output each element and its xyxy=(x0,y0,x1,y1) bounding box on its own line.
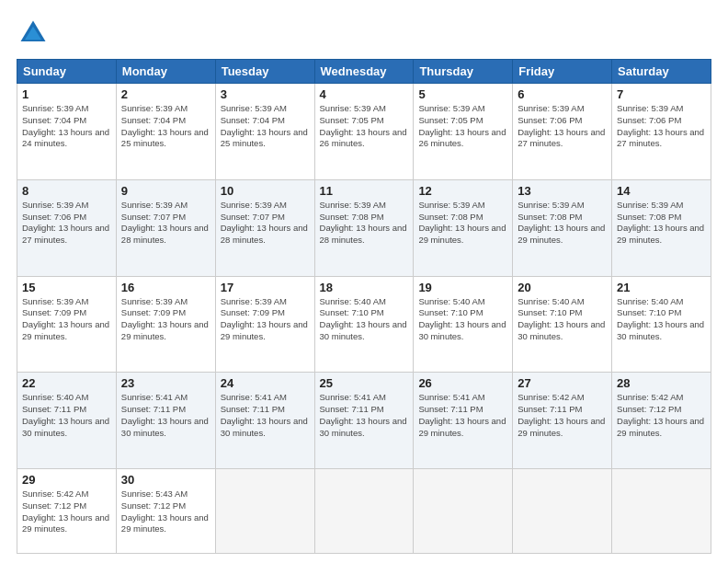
calendar-cell: 13 Sunrise: 5:39 AM Sunset: 7:08 PM Dayl… xyxy=(513,179,612,276)
day-number: 29 xyxy=(22,473,111,487)
day-number: 18 xyxy=(320,281,409,294)
calendar-header-tuesday: Tuesday xyxy=(215,60,314,84)
logo xyxy=(17,17,53,50)
calendar-cell xyxy=(513,469,612,554)
calendar-header-monday: Monday xyxy=(116,60,215,84)
day-info: Sunrise: 5:39 AM Sunset: 7:07 PM Dayligh… xyxy=(221,200,310,247)
day-number: 26 xyxy=(418,376,507,390)
calendar-cell xyxy=(414,469,513,554)
day-info: Sunrise: 5:39 AM Sunset: 7:08 PM Dayligh… xyxy=(320,200,409,247)
day-number: 22 xyxy=(22,376,111,390)
calendar-cell: 21 Sunrise: 5:40 AM Sunset: 7:10 PM Dayl… xyxy=(612,276,711,373)
calendar-header-saturday: Saturday xyxy=(612,60,711,84)
day-number: 19 xyxy=(418,281,507,294)
day-number: 28 xyxy=(617,376,706,390)
day-info: Sunrise: 5:39 AM Sunset: 7:06 PM Dayligh… xyxy=(22,200,111,247)
calendar-cell: 8 Sunrise: 5:39 AM Sunset: 7:06 PM Dayli… xyxy=(17,179,117,276)
day-info: Sunrise: 5:39 AM Sunset: 7:09 PM Dayligh… xyxy=(121,296,210,343)
day-info: Sunrise: 5:40 AM Sunset: 7:10 PM Dayligh… xyxy=(418,296,507,343)
calendar-week-1: 1 Sunrise: 5:39 AM Sunset: 7:04 PM Dayli… xyxy=(17,84,711,180)
calendar-cell: 10 Sunrise: 5:39 AM Sunset: 7:07 PM Dayl… xyxy=(215,179,314,276)
calendar-week-2: 8 Sunrise: 5:39 AM Sunset: 7:06 PM Dayli… xyxy=(17,179,711,276)
calendar-cell: 15 Sunrise: 5:39 AM Sunset: 7:09 PM Dayl… xyxy=(17,276,117,373)
calendar-cell: 25 Sunrise: 5:41 AM Sunset: 7:11 PM Dayl… xyxy=(314,373,414,469)
calendar-cell: 5 Sunrise: 5:39 AM Sunset: 7:05 PM Dayli… xyxy=(414,84,513,180)
calendar-cell: 27 Sunrise: 5:42 AM Sunset: 7:11 PM Dayl… xyxy=(513,373,612,469)
day-info: Sunrise: 5:41 AM Sunset: 7:11 PM Dayligh… xyxy=(320,392,409,439)
day-number: 12 xyxy=(418,184,507,198)
day-number: 20 xyxy=(518,281,607,294)
day-number: 13 xyxy=(518,184,607,198)
day-info: Sunrise: 5:39 AM Sunset: 7:08 PM Dayligh… xyxy=(617,200,706,247)
day-number: 5 xyxy=(418,87,507,101)
day-info: Sunrise: 5:40 AM Sunset: 7:10 PM Dayligh… xyxy=(518,296,607,343)
logo-icon xyxy=(17,17,50,50)
calendar-cell: 23 Sunrise: 5:41 AM Sunset: 7:11 PM Dayl… xyxy=(116,373,215,469)
day-info: Sunrise: 5:41 AM Sunset: 7:11 PM Dayligh… xyxy=(221,392,310,439)
day-info: Sunrise: 5:41 AM Sunset: 7:11 PM Dayligh… xyxy=(418,392,507,439)
day-info: Sunrise: 5:39 AM Sunset: 7:07 PM Dayligh… xyxy=(121,200,210,247)
day-number: 6 xyxy=(518,87,607,101)
day-number: 1 xyxy=(22,87,111,101)
day-info: Sunrise: 5:39 AM Sunset: 7:06 PM Dayligh… xyxy=(518,103,607,150)
day-info: Sunrise: 5:42 AM Sunset: 7:11 PM Dayligh… xyxy=(518,392,607,439)
calendar-cell: 6 Sunrise: 5:39 AM Sunset: 7:06 PM Dayli… xyxy=(513,84,612,180)
day-number: 24 xyxy=(221,376,310,390)
day-number: 16 xyxy=(121,281,210,294)
day-number: 11 xyxy=(320,184,409,198)
calendar-cell: 30 Sunrise: 5:43 AM Sunset: 7:12 PM Dayl… xyxy=(116,469,215,554)
calendar-cell xyxy=(215,469,314,554)
calendar-cell: 12 Sunrise: 5:39 AM Sunset: 7:08 PM Dayl… xyxy=(414,179,513,276)
page: SundayMondayTuesdayWednesdayThursdayFrid… xyxy=(0,0,728,563)
day-info: Sunrise: 5:39 AM Sunset: 7:05 PM Dayligh… xyxy=(320,103,409,150)
day-info: Sunrise: 5:39 AM Sunset: 7:08 PM Dayligh… xyxy=(518,200,607,247)
calendar-header-wednesday: Wednesday xyxy=(314,60,414,84)
day-info: Sunrise: 5:39 AM Sunset: 7:04 PM Dayligh… xyxy=(121,103,210,150)
day-number: 8 xyxy=(22,184,111,198)
day-info: Sunrise: 5:39 AM Sunset: 7:05 PM Dayligh… xyxy=(418,103,507,150)
calendar-cell: 19 Sunrise: 5:40 AM Sunset: 7:10 PM Dayl… xyxy=(414,276,513,373)
calendar-cell: 28 Sunrise: 5:42 AM Sunset: 7:12 PM Dayl… xyxy=(612,373,711,469)
calendar-cell: 16 Sunrise: 5:39 AM Sunset: 7:09 PM Dayl… xyxy=(116,276,215,373)
calendar-cell: 17 Sunrise: 5:39 AM Sunset: 7:09 PM Dayl… xyxy=(215,276,314,373)
calendar-cell: 22 Sunrise: 5:40 AM Sunset: 7:11 PM Dayl… xyxy=(17,373,117,469)
day-number: 30 xyxy=(121,473,210,487)
day-number: 27 xyxy=(518,376,607,390)
day-number: 9 xyxy=(121,184,210,198)
day-info: Sunrise: 5:39 AM Sunset: 7:09 PM Dayligh… xyxy=(221,296,310,343)
day-info: Sunrise: 5:40 AM Sunset: 7:11 PM Dayligh… xyxy=(22,392,111,439)
day-info: Sunrise: 5:39 AM Sunset: 7:04 PM Dayligh… xyxy=(221,103,310,150)
calendar-cell: 7 Sunrise: 5:39 AM Sunset: 7:06 PM Dayli… xyxy=(612,84,711,180)
calendar-cell xyxy=(314,469,414,554)
calendar-cell: 9 Sunrise: 5:39 AM Sunset: 7:07 PM Dayli… xyxy=(116,179,215,276)
calendar-cell: 4 Sunrise: 5:39 AM Sunset: 7:05 PM Dayli… xyxy=(314,84,414,180)
day-info: Sunrise: 5:42 AM Sunset: 7:12 PM Dayligh… xyxy=(617,392,706,439)
calendar-header-friday: Friday xyxy=(513,60,612,84)
day-number: 2 xyxy=(121,87,210,101)
day-number: 15 xyxy=(22,281,111,294)
calendar-cell: 29 Sunrise: 5:42 AM Sunset: 7:12 PM Dayl… xyxy=(17,469,117,554)
day-number: 25 xyxy=(320,376,409,390)
header xyxy=(17,17,711,50)
calendar-cell xyxy=(612,469,711,554)
day-number: 7 xyxy=(617,87,706,101)
calendar-cell: 3 Sunrise: 5:39 AM Sunset: 7:04 PM Dayli… xyxy=(215,84,314,180)
calendar-cell: 20 Sunrise: 5:40 AM Sunset: 7:10 PM Dayl… xyxy=(513,276,612,373)
calendar-cell: 2 Sunrise: 5:39 AM Sunset: 7:04 PM Dayli… xyxy=(116,84,215,180)
calendar-week-3: 15 Sunrise: 5:39 AM Sunset: 7:09 PM Dayl… xyxy=(17,276,711,373)
day-number: 21 xyxy=(617,281,706,294)
day-info: Sunrise: 5:42 AM Sunset: 7:12 PM Dayligh… xyxy=(22,488,111,535)
calendar-cell: 14 Sunrise: 5:39 AM Sunset: 7:08 PM Dayl… xyxy=(612,179,711,276)
calendar-week-4: 22 Sunrise: 5:40 AM Sunset: 7:11 PM Dayl… xyxy=(17,373,711,469)
calendar-week-5: 29 Sunrise: 5:42 AM Sunset: 7:12 PM Dayl… xyxy=(17,469,711,554)
calendar-cell: 1 Sunrise: 5:39 AM Sunset: 7:04 PM Dayli… xyxy=(17,84,117,180)
day-info: Sunrise: 5:40 AM Sunset: 7:10 PM Dayligh… xyxy=(320,296,409,343)
calendar-cell: 24 Sunrise: 5:41 AM Sunset: 7:11 PM Dayl… xyxy=(215,373,314,469)
calendar-header-row: SundayMondayTuesdayWednesdayThursdayFrid… xyxy=(17,60,711,84)
day-info: Sunrise: 5:39 AM Sunset: 7:09 PM Dayligh… xyxy=(22,296,111,343)
day-info: Sunrise: 5:40 AM Sunset: 7:10 PM Dayligh… xyxy=(617,296,706,343)
day-info: Sunrise: 5:39 AM Sunset: 7:08 PM Dayligh… xyxy=(418,200,507,247)
calendar-cell: 26 Sunrise: 5:41 AM Sunset: 7:11 PM Dayl… xyxy=(414,373,513,469)
day-number: 14 xyxy=(617,184,706,198)
day-number: 10 xyxy=(221,184,310,198)
